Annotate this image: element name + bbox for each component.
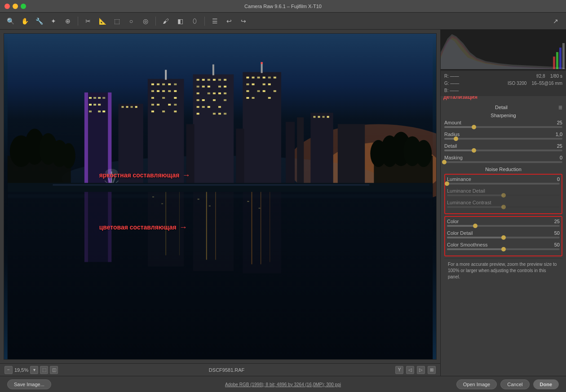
masking-track[interactable] [444,161,562,163]
luminance-track[interactable] [447,183,560,185]
crop-tool[interactable]: ✂ [82,15,94,27]
svg-rect-97 [263,84,265,85]
cancel-button[interactable]: Cancel [500,379,529,389]
svg-rect-98 [268,84,271,85]
svg-rect-92 [263,77,265,79]
svg-rect-108 [286,122,295,187]
color-fill [447,225,475,227]
maximize-button[interactable] [21,4,26,9]
color-track[interactable] [447,225,560,227]
targeted-adjustment-tool[interactable]: ⊕ [62,15,74,27]
color-smoothness-track[interactable] [447,248,560,250]
radial-filter[interactable]: ⬯ [189,15,200,27]
svg-rect-44 [168,90,171,92]
white-balance-tool[interactable]: 🔧 [33,15,45,27]
svg-rect-114 [327,116,329,118]
svg-rect-148 [556,52,558,69]
detail-track[interactable] [444,150,562,151]
minimize-button[interactable] [13,4,18,9]
transform-tool[interactable]: ⬚ [111,15,123,27]
detail-panel: Detail ☰ Sharpening Amount 25 [441,102,566,376]
view-grid-button[interactable]: ⊞ [428,366,436,374]
amount-track[interactable] [444,126,562,128]
bottom-bar: − 19,5% ▾ ⬚ ◫ DSCF9581.RAF Y ◁ ▷ ⊞ [0,363,440,376]
color-value: 25 [554,219,560,224]
photo: яркостная составляющая → цветовая состав… [4,34,436,359]
hand-tool[interactable]: ✋ [19,15,31,27]
svg-rect-101 [263,90,265,92]
radius-row: Radius 1,0 [444,132,562,140]
masking-row: Masking 0 [444,155,562,163]
toggle-before-after[interactable]: ◫ [50,366,58,374]
svg-rect-61 [213,79,216,81]
amount-fill [444,126,474,128]
zoom-out-button[interactable]: − [4,366,13,374]
full-screen-button[interactable]: ↗ [550,15,562,27]
svg-rect-49 [151,104,154,106]
masking-thumb[interactable] [442,160,447,164]
svg-rect-48 [174,97,177,99]
color-detail-thumb[interactable] [501,235,506,240]
svg-rect-43 [162,90,165,92]
panel-title: Detail [444,105,558,110]
svg-rect-86 [243,72,281,188]
svg-rect-51 [168,104,171,106]
svg-rect-17 [84,92,88,187]
view-next-button[interactable]: ▷ [417,366,425,374]
zoom-fit-button[interactable]: ⬚ [40,366,48,374]
spot-removal-tool[interactable]: ○ [125,15,137,27]
color-detail-track[interactable] [447,237,560,238]
luminance-contrast-track[interactable] [447,206,560,208]
svg-rect-63 [224,79,226,81]
svg-rect-134 [209,206,211,207]
detail-thumb[interactable] [472,148,476,153]
svg-rect-59 [202,79,205,81]
sharpening-title: Sharpening [444,113,562,118]
color-annotation-text: цветовая составляющая [99,224,177,231]
open-image-button[interactable]: Open Image [456,379,497,389]
color-sampler-tool[interactable]: ✦ [48,15,59,27]
svg-rect-40 [174,84,177,85]
radius-thumb[interactable] [454,137,458,141]
zoom-tool[interactable]: 🔍 [4,15,16,27]
adjustment-brush[interactable]: 🖌 [160,15,172,27]
straighten-tool[interactable]: 📐 [97,15,108,27]
rotate-cw[interactable]: ↪ [238,15,249,27]
amount-label: Amount [444,120,461,125]
close-button[interactable] [4,4,10,9]
color-smoothness-value: 50 [554,242,560,247]
color-thumb[interactable] [473,224,478,228]
luminance-detail-thumb[interactable] [501,193,506,198]
svg-rect-58 [197,79,199,81]
file-info-link[interactable]: Adobe RGB (1998); 8 bit; 4896 by 3264 (1… [225,382,341,387]
color-smoothness-thumb[interactable] [501,247,506,251]
redeye-tool[interactable]: ◎ [140,15,151,27]
svg-rect-122 [193,189,234,271]
radius-track[interactable] [444,138,562,140]
image-area[interactable]: яркостная составляющая → цветовая состав… [4,33,437,360]
panel-menu-icon[interactable]: ☰ [558,105,562,110]
luminance-thumb[interactable] [445,181,449,186]
done-button[interactable]: Done [533,379,559,389]
luminance-contrast-thumb[interactable] [501,205,506,209]
graduated-filter[interactable]: ◧ [174,15,186,27]
hint-text: For a more accurate preview, zoom the pr… [444,258,562,283]
zoom-in-button[interactable]: ▾ [30,366,38,374]
svg-rect-88 [261,62,263,64]
rotate-ccw[interactable]: ↩ [223,15,235,27]
svg-rect-66 [208,86,210,88]
view-prev-button[interactable]: ◁ [406,366,414,374]
color-label: Color [447,219,459,224]
preferences[interactable]: ☰ [209,15,221,27]
svg-point-15 [416,140,432,167]
save-image-button[interactable]: Save Image... [7,379,51,389]
luminance-detail-track[interactable] [447,194,560,196]
luminance-detail-label: Luminance Detail [447,188,485,194]
r-value: R: —— [444,73,459,80]
view-y-button[interactable]: Y [395,366,403,374]
svg-rect-39 [168,84,171,85]
color-detail-row: Color Detail 50 [447,230,560,238]
svg-rect-50 [157,104,159,106]
amount-thumb[interactable] [472,125,476,129]
amount-value: 25 [557,120,562,125]
